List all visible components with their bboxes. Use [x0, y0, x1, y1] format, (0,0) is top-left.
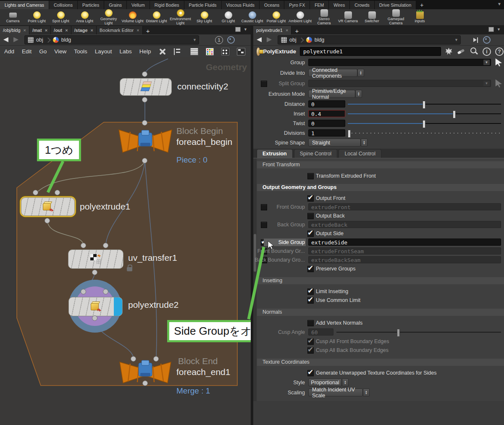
- side-group-field[interactable]: extrudeSide: [308, 239, 501, 246]
- split-group-field[interactable]: ▼: [308, 80, 491, 87]
- tool-switcher[interactable]: Switcher: [360, 11, 384, 24]
- close-icon[interactable]: ×: [24, 26, 26, 34]
- color-palette-icon[interactable]: [206, 48, 214, 55]
- input-connector[interactable]: [131, 356, 136, 362]
- polyextrude-node-icon[interactable]: [257, 47, 260, 56]
- breadcrumb-root[interactable]: obj: [36, 37, 43, 43]
- node-name-field[interactable]: polyextrude1: [300, 47, 441, 56]
- twist-slider[interactable]: [348, 123, 501, 124]
- cusp-angle-field[interactable]: 60: [308, 328, 333, 336]
- forward-icon[interactable]: [13, 37, 20, 43]
- divisions-slider[interactable]: [348, 133, 501, 134]
- scaling-combo[interactable]: Match Incident UV Scale: [308, 388, 363, 396]
- tool-inputs[interactable]: inputs: [408, 11, 432, 24]
- shelf-tab-lights-cameras[interactable]: Lights and Cameras: [0, 1, 49, 9]
- output-connector[interactable]: [45, 218, 50, 223]
- pane-menu-icon[interactable]: ▼: [497, 27, 501, 31]
- tool-geometry-light[interactable]: Geometry Light: [97, 9, 121, 25]
- extrusion-mode-combo[interactable]: Primitive/Edge Normal: [308, 90, 355, 98]
- preserve-groups-checkbox[interactable]: [307, 266, 314, 272]
- tab-local-control[interactable]: Local Control: [339, 149, 381, 158]
- network-editor[interactable]: Geometry connectivity2 Block Begin forea…: [0, 57, 251, 425]
- path-dropdown-icon[interactable]: ▼: [193, 38, 197, 42]
- shelf-overflow-icon[interactable]: ▼: [497, 2, 501, 6]
- list-view-icon[interactable]: [190, 48, 198, 55]
- group-field[interactable]: ▼: [308, 59, 491, 66]
- tool-environment-light[interactable]: Environment Light: [168, 9, 192, 25]
- info-icon[interactable]: i: [482, 47, 491, 56]
- node-uv-transfer1[interactable]: [68, 249, 123, 269]
- section-insetting[interactable]: Insetting: [257, 277, 504, 284]
- tool-caustic-light[interactable]: Caustic Light: [240, 11, 264, 24]
- shelf-tab-grains[interactable]: Grains: [104, 1, 127, 9]
- divisions-field[interactable]: 1: [308, 129, 345, 136]
- tool-spot-light[interactable]: Spot Light: [49, 11, 73, 24]
- back-boundary-field[interactable]: extrudeBackSeam: [308, 256, 501, 263]
- network-boxes-icon[interactable]: [237, 48, 245, 55]
- node-foreach-begin[interactable]: [118, 126, 173, 157]
- input-connector[interactable]: [103, 243, 108, 248]
- tab-spine-control[interactable]: Spine Control: [294, 149, 338, 158]
- combo-spinner-icon[interactable]: ▲▼: [357, 69, 364, 77]
- pane-tab-polyextrude1[interactable]: polyextrude1×: [253, 26, 291, 34]
- breadcrumb-node[interactable]: bldg: [61, 37, 71, 43]
- twist-field[interactable]: 0: [308, 120, 345, 127]
- shelf-tab-viscous-fluids[interactable]: Viscous Fluids: [222, 1, 260, 9]
- grid-snap-icon[interactable]: [221, 48, 229, 55]
- input-connector[interactable]: [142, 71, 147, 77]
- group-select-arrow-icon[interactable]: [494, 58, 502, 66]
- generate-uv-checkbox[interactable]: [307, 370, 314, 376]
- pane-tab-stage[interactable]: /stage×: [71, 26, 97, 34]
- pane-splitter[interactable]: [251, 25, 253, 425]
- input-connector[interactable]: [153, 356, 159, 362]
- input-connector[interactable]: [103, 289, 108, 294]
- node-polyextrude1[interactable]: [21, 197, 75, 216]
- pane-tab-bookmark-editor[interactable]: Bookmark Editor×: [97, 26, 143, 34]
- input-connector[interactable]: [33, 190, 38, 195]
- menu-tools[interactable]: Tools: [74, 48, 87, 55]
- limit-insetting-checkbox[interactable]: [307, 289, 314, 295]
- section-front-transform[interactable]: Front Transform: [257, 161, 504, 168]
- shelf-tab-crowds[interactable]: Crowds: [350, 1, 375, 9]
- section-normals[interactable]: Normals: [257, 309, 504, 316]
- pane-tab-obj-bldg[interactable]: /obj/bldg×: [0, 26, 29, 34]
- close-icon[interactable]: ×: [65, 26, 68, 34]
- inset-slider[interactable]: [348, 113, 501, 115]
- pane-menu-icon[interactable]: ▼: [244, 27, 247, 31]
- menu-add[interactable]: Add: [4, 48, 14, 55]
- combo-spinner-icon[interactable]: ▲▼: [342, 378, 349, 386]
- spine-shape-combo[interactable]: Straight: [308, 139, 361, 147]
- combo-spinner-icon[interactable]: ▲▼: [363, 388, 370, 396]
- breadcrumb-node[interactable]: bldg: [315, 37, 325, 43]
- pane-tab-out[interactable]: /out×: [51, 26, 71, 34]
- path-dropdown-icon[interactable]: ▼: [454, 38, 458, 42]
- section-output-geometry[interactable]: Output Geometry and Groups: [257, 184, 504, 191]
- distance-field[interactable]: 0: [308, 100, 345, 108]
- link-badge[interactable]: 1: [215, 36, 223, 44]
- tool-sky-light[interactable]: Sky Light: [192, 11, 216, 24]
- transform-extruded-front-checkbox[interactable]: [307, 173, 314, 179]
- tool-portal-light[interactable]: Portal Light: [264, 11, 288, 24]
- tool-volume-light[interactable]: Volume Light: [121, 11, 144, 24]
- shelf-add-tab-button[interactable]: +: [416, 1, 427, 9]
- new-pane-tab-button[interactable]: +: [143, 27, 153, 34]
- tool-gi-light[interactable]: GI Light: [216, 11, 240, 24]
- close-icon[interactable]: ×: [136, 26, 139, 34]
- back-group-field[interactable]: extrudeBack: [308, 221, 501, 228]
- close-icon[interactable]: ×: [91, 26, 93, 34]
- menu-go[interactable]: Go: [39, 48, 47, 55]
- input-connector[interactable]: [81, 289, 86, 294]
- front-boundary-field[interactable]: extrudeFrontSeam: [308, 247, 501, 254]
- follow-focus-icon[interactable]: [227, 36, 235, 44]
- tools-icon[interactable]: [158, 48, 166, 55]
- menu-view[interactable]: View: [54, 48, 66, 55]
- output-connector[interactable]: [142, 97, 147, 102]
- close-icon[interactable]: ×: [45, 26, 47, 34]
- tool-point-light[interactable]: Point Light: [25, 11, 49, 24]
- pane-tab-mat[interactable]: /mat×: [29, 26, 51, 34]
- tab-extrusion[interactable]: Extrusion: [257, 149, 293, 158]
- display-flag[interactable]: [114, 297, 122, 316]
- shelf-tab-rigid-bodies[interactable]: Rigid Bodies: [150, 1, 184, 9]
- tool-vr-camera[interactable]: VR Camera: [336, 11, 360, 24]
- style-combo[interactable]: Proportional: [308, 378, 342, 386]
